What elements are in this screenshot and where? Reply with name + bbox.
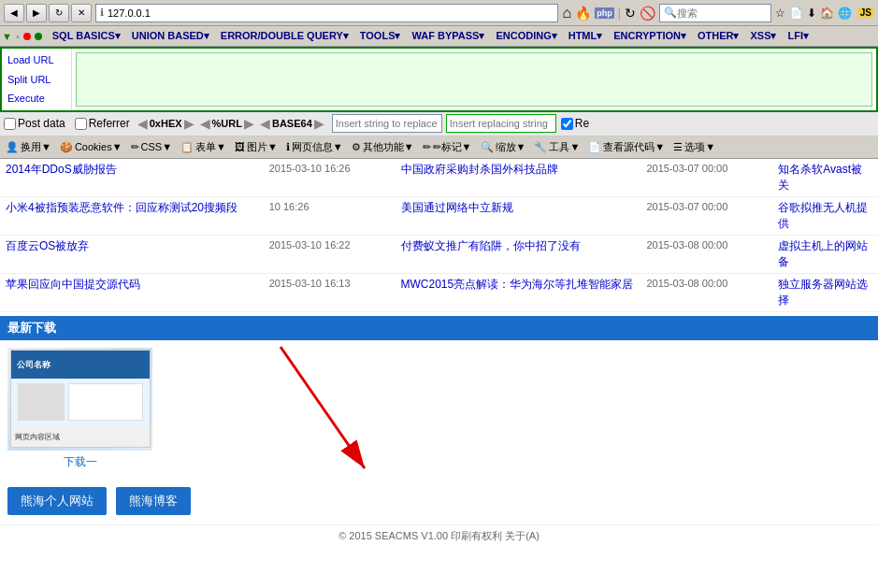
footer-section: 熊海个人网站 熊海博客 (0, 478, 878, 524)
union-based-menu[interactable]: UNION BASED▾ (127, 29, 214, 43)
load-url-button[interactable]: Load URL (2, 50, 71, 70)
news-link[interactable]: 小米4被指预装恶意软件：回应称测试20搜频段 (6, 201, 237, 214)
split-url-button[interactable]: Split URL (2, 70, 71, 90)
copyright-text: © 2015 SEACMS V1.00 印刷有权利 关于(A) (338, 530, 540, 541)
url-input-area[interactable] (76, 52, 872, 107)
news-link[interactable]: 2014年DDoS威胁报告 (6, 163, 117, 176)
news-link[interactable]: 谷歌拟推无人机提供 (778, 201, 868, 230)
search-bar[interactable]: 🔍 (659, 4, 771, 22)
back-button[interactable]: ◀ (4, 4, 24, 22)
forms-icon: 📋 (180, 141, 194, 153)
download-link[interactable]: 下载一 (7, 454, 152, 470)
nav-buttons: ◀ ▶ ↻ ✕ (4, 4, 92, 22)
re-checkbox[interactable] (561, 118, 573, 130)
referrer-label: Referrer (89, 117, 130, 130)
options-menu[interactable]: ☰ 选项▼ (669, 139, 719, 155)
news-link[interactable]: 苹果回应向中国提交源代码 (6, 278, 140, 291)
news-date: 2015-03-08 00:00 (646, 239, 727, 251)
flame-icon[interactable]: 🔥 (575, 6, 591, 21)
source-icon: 📄 (588, 141, 601, 153)
stop-button[interactable]: ✕ (71, 4, 92, 22)
images-label: 图片▼ (247, 140, 278, 154)
search-input[interactable] (677, 7, 752, 19)
home-icon2[interactable]: 🏠 (820, 7, 834, 20)
separator: | (618, 7, 621, 20)
base64-left-arrow: ◀ (260, 116, 270, 131)
encryption-menu[interactable]: ENCRYPTION▾ (609, 29, 691, 43)
news-link[interactable]: 独立服务器网站选择 (778, 278, 868, 307)
tools-menu2[interactable]: 🔧 工具▼ (530, 139, 583, 155)
lock-icon: ℹ (100, 7, 104, 19)
xss-menu[interactable]: XSS▾ (745, 29, 781, 43)
php-icon: php (595, 7, 614, 19)
referrer-checkbox-label[interactable]: Referrer (75, 117, 130, 130)
other-func-menu[interactable]: ⚙ 其他功能▼ (348, 139, 418, 155)
blog-button[interactable]: 熊海博客 (116, 487, 191, 515)
sql-basics-menu[interactable]: SQL BASICS▾ (48, 29, 125, 43)
mark-icon: ✏ (423, 141, 431, 153)
mark-menu[interactable]: ✏ ✏标记▼ (419, 139, 476, 155)
globe-icon[interactable]: 🌐 (838, 7, 852, 20)
zoom-menu[interactable]: 🔍 缩放▼ (477, 139, 530, 155)
cookies-label: Cookies▼ (75, 141, 122, 152)
left-panel: Load URL Split URL Execute (2, 49, 72, 110)
news-date: 2015-03-10 16:22 (269, 239, 351, 251)
re-checkbox-label[interactable]: Re (561, 117, 589, 130)
content-scroll: 2014年DDoS威胁报告 2015-03-10 16:26 中国政府采购封杀国… (0, 159, 878, 589)
news-link[interactable]: 知名杀软Avast被关 (778, 163, 862, 192)
search-icon: 🔍 (664, 7, 677, 19)
browser-titlebar: ◀ ▶ ↻ ✕ ℹ 127.0.0.1 ⌂ 🔥 php | ↻ 🚫 🔍 ☆ 📄 … (0, 0, 878, 26)
right-panel (72, 49, 876, 110)
error-double-menu[interactable]: ERROR/DOUBLE QUERY▾ (216, 29, 353, 43)
second-toolbar: 👤 换用▼ 🍪 Cookies▼ ✏ CSS▼ 📋 表单▼ 🖼 图片▼ ℹ 网页… (0, 136, 878, 159)
pageinfo-menu[interactable]: ℹ 网页信息▼ (282, 139, 347, 155)
execute-button[interactable]: Execute (2, 89, 71, 108)
home-icon[interactable]: ⌂ (562, 5, 571, 22)
referrer-checkbox[interactable] (75, 118, 87, 130)
personal-site-button[interactable]: 熊海个人网站 (7, 487, 107, 515)
post-data-checkbox[interactable] (4, 118, 16, 130)
hex-section: ◀ 0xHEX ▶ (137, 116, 194, 131)
change-user-menu[interactable]: 👤 换用▼ (2, 139, 55, 155)
refresh-button[interactable]: ↻ (49, 4, 69, 22)
other-menu[interactable]: OTHER▾ (693, 29, 744, 43)
insert-string-input[interactable] (332, 114, 442, 133)
cookies-menu[interactable]: 🍪 Cookies▼ (56, 140, 126, 154)
download-icon[interactable]: ⬇ (807, 7, 816, 20)
status-dot (23, 33, 31, 40)
news-link[interactable]: 中国政府采购封杀国外科技品牌 (401, 163, 558, 176)
encoding-menu[interactable]: ENCODING▾ (491, 29, 561, 43)
news-link[interactable]: 虚拟主机上的网站备 (778, 239, 868, 268)
post-data-checkbox-label[interactable]: Post data (4, 117, 65, 130)
waf-bypass-menu[interactable]: WAF BYPASS▾ (408, 29, 490, 43)
hex-left-arrow: ◀ (137, 116, 148, 131)
tools-menu[interactable]: TOOLS▾ (355, 29, 406, 43)
lfi-menu[interactable]: LFI▾ (783, 29, 813, 43)
images-menu[interactable]: 🖼 图片▼ (231, 139, 281, 155)
tools-label: 工具▼ (549, 140, 580, 154)
news-date: 10 16:26 (269, 201, 309, 212)
star-icon[interactable]: ☆ (775, 7, 785, 20)
news-link[interactable]: 付费蚁文推广有陷阱，你中招了没有 (401, 239, 581, 252)
stop-icon2[interactable]: 🚫 (640, 6, 655, 21)
post-data-label: Post data (18, 117, 65, 130)
news-date: 2015-03-07 00:00 (646, 201, 727, 212)
toolbar-dropdown-arrow[interactable]: ▼ (2, 31, 12, 42)
insert-replacing-input[interactable] (446, 114, 556, 133)
hex-right-arrow: ▶ (184, 116, 194, 131)
refresh-icon2[interactable]: ↻ (625, 6, 636, 21)
bookmark-icon[interactable]: 📄 (789, 7, 803, 20)
download-content: 公司名称 网页内容区域 下载一 (0, 340, 878, 478)
news-link[interactable]: 百度云OS被放弃 (6, 239, 89, 252)
css-menu[interactable]: ✏ CSS▼ (127, 140, 177, 154)
news-link[interactable]: 美国通过网络中立新规 (401, 201, 513, 214)
forms-menu[interactable]: 📋 表单▼ (177, 139, 230, 155)
news-link[interactable]: MWC2015亮点解读：华为海尔等扎堆智能家居 (401, 278, 634, 291)
html-menu[interactable]: HTML▾ (564, 29, 608, 43)
address-bar[interactable]: ℹ 127.0.0.1 (95, 4, 558, 22)
table-row: 小米4被指预装恶意软件：回应称测试20搜频段 10 16:26 美国通过网络中立… (0, 196, 878, 235)
source-menu[interactable]: 📄 查看源代码▼ (584, 139, 669, 155)
forward-button[interactable]: ▶ (26, 4, 47, 22)
download-thumbnail: 公司名称 网页内容区域 (7, 348, 152, 451)
hack-nav-toolbar: ▼ • SQL BASICS▾ UNION BASED▾ ERROR/DOUBL… (0, 26, 878, 47)
